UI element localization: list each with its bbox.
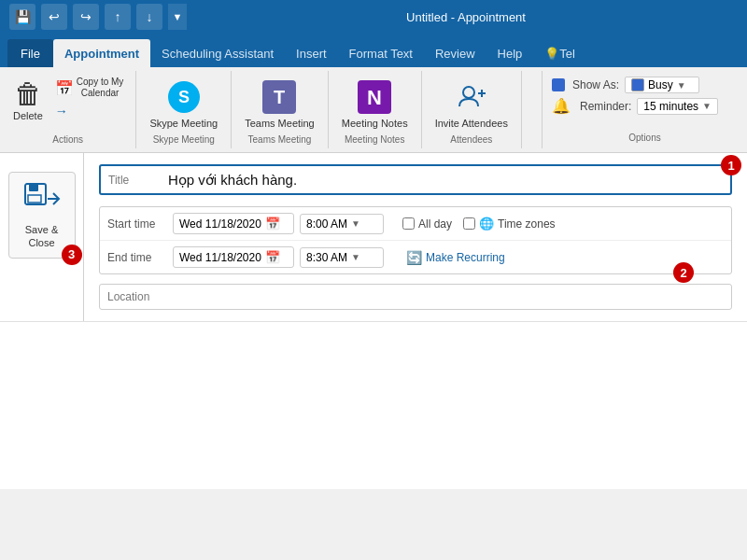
- tab-format-text[interactable]: Format Text: [338, 39, 424, 67]
- copy-to-calendar-button[interactable]: 📅 Copy to MyCalendar: [50, 75, 129, 101]
- start-date-value: Wed 11/18/2020: [179, 217, 261, 231]
- form-area: Title 1 Start time Wed 11/18/2020 📅 8:00…: [84, 153, 747, 321]
- show-as-row: Show As: Busy ▼: [552, 77, 738, 93]
- quick-access-toolbar: 💾 ↩ ↪ ↑ ↓ ▼: [9, 4, 187, 30]
- tab-review[interactable]: Review: [424, 39, 486, 67]
- meeting-notes-button[interactable]: N Meeting Notes: [336, 75, 414, 133]
- bell-icon: 🔔: [552, 97, 571, 115]
- title-label: Title: [108, 174, 164, 187]
- start-time-row: Start time Wed 11/18/2020 📅 8:00 AM ▼ Al…: [100, 207, 731, 241]
- show-as-dropdown[interactable]: Busy ▼: [625, 77, 699, 93]
- all-day-checkbox-group[interactable]: All day: [402, 217, 452, 231]
- ribbon: 🗑 Delete 📅 Copy to MyCalendar → Actions: [0, 67, 747, 153]
- tab-file[interactable]: File: [7, 39, 53, 67]
- reminder-chevron: ▼: [702, 101, 712, 111]
- start-time-options: All day 🌐 Time zones: [402, 217, 556, 231]
- start-time-picker[interactable]: 8:00 AM ▼: [300, 214, 384, 234]
- window-title: Untitled - Appointment: [194, 10, 738, 24]
- tab-appointment[interactable]: Appointment: [53, 39, 150, 67]
- location-label: Location: [107, 290, 173, 303]
- tab-help[interactable]: Help: [486, 39, 534, 67]
- title-field-wrapper: Title 1: [99, 164, 732, 195]
- svg-text:T: T: [274, 87, 285, 107]
- invite-attendees-button[interactable]: Invite Attendees: [430, 75, 514, 133]
- options-label: Options: [552, 131, 738, 143]
- skype-label: Skype Meeting: [153, 133, 215, 145]
- make-recurring-label: Make Recurring: [426, 251, 505, 264]
- save-button[interactable]: 💾: [9, 4, 35, 30]
- save-close-badge: 3: [62, 245, 82, 265]
- svg-rect-11: [29, 184, 38, 191]
- teams-label: Teams Meeting: [248, 133, 312, 145]
- tab-tell[interactable]: 💡 Tel: [533, 39, 586, 67]
- time-fields: Start time Wed 11/18/2020 📅 8:00 AM ▼ Al…: [99, 206, 732, 274]
- time-zones-checkbox-group[interactable]: 🌐 Time zones: [463, 217, 556, 231]
- calendar-icon: 📅: [265, 217, 280, 231]
- end-date-picker[interactable]: Wed 11/18/2020 📅: [173, 246, 294, 268]
- save-close-button[interactable]: Save & Close 3: [8, 172, 76, 259]
- actions-label: Actions: [52, 133, 83, 145]
- reminder-row: 🔔 Reminder: 15 minutes ▼: [552, 97, 738, 115]
- up-button[interactable]: ↑: [105, 4, 131, 30]
- meeting-notes-label: Meeting Notes: [345, 133, 404, 145]
- end-time-badge: 2: [673, 262, 694, 283]
- actions-group: 🗑 Delete 📅 Copy to MyCalendar → Actions: [0, 71, 136, 148]
- recurring-icon: 🔄: [406, 250, 422, 265]
- reminder-dropdown[interactable]: 15 minutes ▼: [637, 98, 718, 115]
- appointment-body[interactable]: [0, 321, 747, 489]
- forward-button[interactable]: →: [50, 102, 129, 120]
- attendees-label: Attendees: [450, 133, 492, 145]
- globe-icon: 🌐: [479, 217, 494, 231]
- end-time-value: 8:30 AM: [306, 251, 347, 264]
- teams-meeting-button[interactable]: T Teams Meeting: [239, 75, 320, 133]
- start-time-label: Start time: [107, 217, 173, 231]
- end-time-options: 🔄 Make Recurring: [402, 248, 509, 267]
- teams-group: T Teams Meeting Teams Meeting: [232, 71, 329, 148]
- attendees-group: Invite Attendees Attendees: [422, 71, 522, 148]
- reminder-label: Reminder:: [580, 100, 631, 113]
- start-date-picker[interactable]: Wed 11/18/2020 📅: [173, 213, 294, 234]
- title-badge: 1: [721, 155, 741, 175]
- location-row: Location: [99, 284, 732, 310]
- save-close-icon: [22, 180, 62, 219]
- appointment-form: Save & Close 3 Title 1 Start time Wed 11…: [0, 153, 747, 321]
- title-input[interactable]: [164, 170, 723, 189]
- end-time-label: End time: [107, 251, 173, 264]
- all-day-checkbox[interactable]: [402, 217, 415, 230]
- delete-button[interactable]: 🗑 Delete: [7, 75, 49, 125]
- tab-scheduling[interactable]: Scheduling Assistant: [150, 39, 285, 67]
- end-date-value: Wed 11/18/2020: [179, 251, 261, 264]
- end-time-row: End time Wed 11/18/2020 📅 8:30 AM ▼ 🔄 Ma…: [100, 241, 731, 273]
- meeting-notes-group: N Meeting Notes Meeting Notes: [329, 71, 422, 148]
- undo-button[interactable]: ↩: [41, 4, 67, 30]
- customize-toolbar-button[interactable]: ▼: [168, 4, 187, 30]
- save-close-panel: Save & Close 3: [0, 153, 84, 321]
- down-button[interactable]: ↓: [136, 4, 162, 30]
- svg-text:S: S: [178, 88, 190, 106]
- svg-rect-9: [552, 78, 565, 91]
- title-field: Title: [99, 164, 732, 195]
- location-input[interactable]: [173, 290, 724, 303]
- options-group: Show As: Busy ▼ 🔔 Reminder: 15 minutes ▼…: [542, 71, 747, 148]
- svg-point-6: [463, 87, 474, 98]
- all-day-label: All day: [418, 217, 452, 231]
- redo-button[interactable]: ↪: [73, 4, 99, 30]
- svg-rect-12: [28, 195, 41, 203]
- time-zones-checkbox[interactable]: [463, 217, 475, 230]
- make-recurring-button[interactable]: 🔄 Make Recurring: [402, 248, 509, 267]
- ribbon-tab-bar: File Appointment Scheduling Assistant In…: [0, 34, 747, 67]
- show-as-label: Show As:: [572, 78, 619, 91]
- title-bar: 💾 ↩ ↪ ↑ ↓ ▼ Untitled - Appointment: [0, 0, 747, 34]
- start-time-value: 8:00 AM: [306, 217, 347, 231]
- end-time-chevron: ▼: [351, 252, 360, 262]
- end-time-picker[interactable]: 8:30 AM ▼: [300, 247, 384, 268]
- end-calendar-icon: 📅: [265, 250, 280, 264]
- save-close-label: Save & Close: [19, 223, 65, 250]
- time-zones-label: Time zones: [498, 217, 556, 231]
- copy-group: 📅 Copy to MyCalendar →: [50, 75, 129, 120]
- show-as-color: [631, 78, 644, 91]
- skype-meeting-button[interactable]: S Skype Meeting: [144, 75, 223, 133]
- tab-insert[interactable]: Insert: [285, 39, 338, 67]
- start-time-chevron: ▼: [351, 218, 360, 229]
- skype-group: S Skype Meeting Skype Meeting: [136, 71, 232, 148]
